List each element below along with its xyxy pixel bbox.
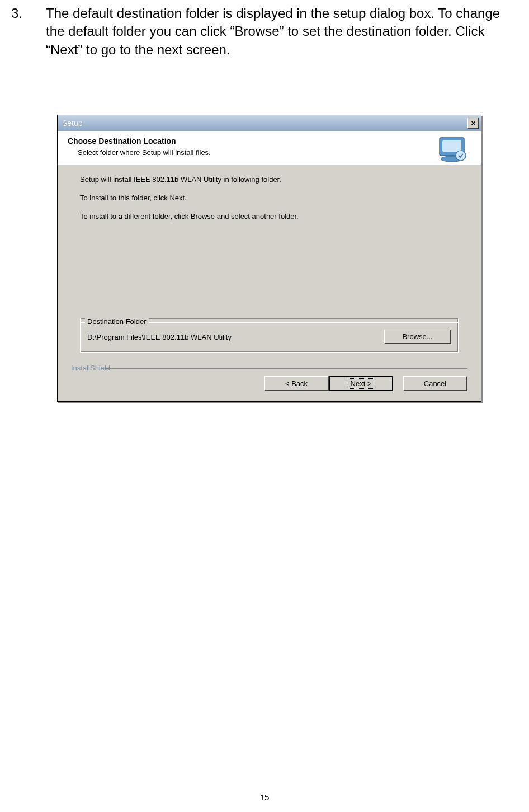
titlebar[interactable]: Setup ✕ — [58, 115, 481, 131]
browse-label: Browse... — [402, 332, 432, 341]
close-icon: ✕ — [471, 120, 476, 127]
step-text: The default destination folder is displa… — [46, 4, 518, 59]
body-line-1: Setup will install IEEE 802.11b WLAN Uti… — [80, 175, 459, 184]
body-line-3: To install to a different folder, click … — [80, 212, 459, 220]
header-title: Choose Destination Location — [68, 137, 481, 145]
step-number: 3. — [11, 4, 30, 59]
close-button[interactable]: ✕ — [467, 118, 479, 129]
setup-dialog: Setup ✕ Choose Destination Location Sele… — [57, 115, 481, 402]
instruction-step: 3. The default destination folder is dis… — [11, 4, 518, 59]
back-button[interactable]: < Back — [264, 376, 329, 391]
dialog-footer: InstallShield < Back Next > Cancel — [58, 364, 481, 401]
browse-button[interactable]: Browse... — [384, 330, 451, 344]
next-button[interactable]: Next > — [329, 376, 393, 391]
computer-icon — [436, 134, 470, 163]
dialog-header: Choose Destination Location Select folde… — [58, 131, 481, 165]
svg-point-3 — [456, 151, 466, 161]
fieldset-legend: Destination Folder — [85, 317, 149, 326]
svg-rect-1 — [442, 140, 461, 152]
window-title: Setup — [62, 119, 83, 128]
next-label: Next > — [348, 378, 375, 389]
cancel-button[interactable]: Cancel — [403, 376, 467, 391]
back-label: < Back — [285, 379, 308, 388]
destination-path: D:\Program Files\IEEE 802.11b WLAN Utili… — [87, 333, 232, 341]
destination-folder-group: Destination Folder D:\Program Files\IEEE… — [80, 318, 459, 353]
dialog-body: Setup will install IEEE 802.11b WLAN Uti… — [58, 165, 481, 364]
body-line-2: To install to this folder, click Next. — [80, 194, 459, 202]
page-number: 15 — [260, 792, 270, 802]
divider-line — [105, 368, 467, 369]
header-subtitle: Select folder where Setup will install f… — [78, 148, 481, 157]
